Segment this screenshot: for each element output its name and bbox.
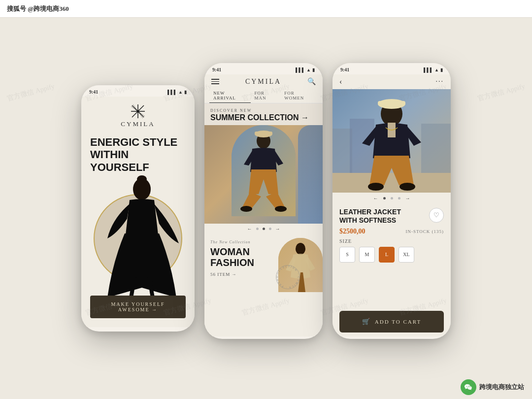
svg-rect-23	[332, 173, 451, 193]
product-price: $2500,00	[339, 228, 366, 235]
tab-for-man[interactable]: For Man	[251, 89, 281, 103]
svg-point-8	[137, 175, 147, 183]
dot-1	[256, 228, 259, 230]
signal-icon: ▌▌▌	[167, 90, 177, 95]
svg-point-13	[240, 206, 252, 212]
phone1-status-icons: ▌▌▌ ▲ ▮	[167, 90, 187, 95]
phone1-cta-button[interactable]: MAKE YOURSELF AWESOME →	[90, 296, 186, 318]
price-row: $2500,00 IN-STOCK (135)	[339, 228, 444, 235]
phone3-product-details: LEATHER JACKET WITH SOFTNESS ♡ $2500,00 …	[332, 204, 451, 336]
hero-title: SUMMER COLLECTION →	[210, 113, 317, 122]
more-options-icon[interactable]: ···	[436, 78, 444, 86]
phone-3: 9:41 ▌▌▌ ▲ ▮ ‹ ···	[332, 63, 451, 339]
product-dot-3	[398, 197, 400, 200]
phone1-time: 9:41	[89, 89, 98, 95]
header-bar: 搜狐号 @跨境电商360	[0, 0, 532, 18]
product-image	[332, 89, 451, 193]
product-title-row: LEATHER JACKET WITH SOFTNESS ♡	[339, 208, 444, 225]
size-l-button-selected[interactable]: L	[379, 247, 395, 263]
cart-icon: 🛒	[362, 318, 371, 326]
product-photo-icon	[332, 89, 451, 193]
collection-label: The New Collection	[210, 240, 267, 244]
phone-2: 9:41 ▌▌▌ ▲ ▮ Cymila 🔍 New Arrival For Ma…	[204, 63, 323, 339]
hero-subtitle: Discover New	[210, 108, 317, 113]
dot-3	[269, 228, 271, 230]
product-dot-2	[391, 197, 393, 200]
product-dot-1-active	[383, 197, 386, 200]
product-image-nav: ← →	[332, 193, 451, 204]
phone2-thumbnail: COLLECTION · CYMILA · FASHION ·	[273, 234, 323, 293]
phone2-carousel	[204, 125, 323, 224]
collection-title: WOMAN FASHION	[210, 246, 267, 268]
star-logo-icon	[131, 104, 145, 118]
carousel-arch-photo	[204, 125, 323, 224]
size-xl-button[interactable]: XL	[399, 247, 414, 263]
back-icon[interactable]: ‹	[339, 77, 342, 86]
wifi-icon: ▲	[178, 90, 183, 95]
woman-silhouette-icon	[102, 174, 181, 298]
phones-container: 9:41 ▌▌▌ ▲ ▮	[0, 18, 532, 399]
svg-point-29	[399, 183, 415, 191]
phone3-time: 9:41	[340, 67, 349, 72]
size-s-button[interactable]: S	[339, 247, 355, 263]
phone2-time: 9:41	[212, 67, 221, 72]
phone2-status-bar: 9:41 ▌▌▌ ▲ ▮	[204, 63, 323, 74]
wechat-icon	[461, 379, 476, 395]
carousel-next-arrow[interactable]: →	[275, 226, 280, 232]
wishlist-heart-button[interactable]: ♡	[429, 208, 444, 223]
battery-icon-3: ▮	[440, 67, 443, 72]
collection-text: The New Collection WOMAN FASHION 56 ITEM…	[204, 234, 273, 336]
tab-new-arrival[interactable]: New Arrival	[209, 89, 251, 103]
svg-point-14	[275, 206, 287, 212]
phone2-bottom-section: The New Collection WOMAN FASHION 56 ITEM…	[204, 234, 323, 336]
phone1-tagline: ENERGIC STYLE WITHIN YOURSELF	[81, 128, 195, 173]
phone2-status-icons: ▌▌▌ ▲ ▮	[296, 67, 315, 72]
product-title: LEATHER JACKET WITH SOFTNESS	[339, 208, 401, 225]
signal-icon-2: ▌▌▌	[296, 67, 305, 72]
arch-clip	[232, 125, 296, 216]
phone3-status-icons: ▌▌▌ ▲ ▮	[424, 67, 443, 72]
wifi-icon-3: ▲	[434, 67, 439, 72]
collection-count: 56 ITEM →	[210, 272, 267, 277]
carousel-dots: ← →	[204, 224, 323, 234]
size-section: Size S M L XL	[339, 238, 444, 263]
carousel-prev-arrow[interactable]: ←	[247, 226, 252, 232]
tab-for-women[interactable]: For Women	[280, 89, 318, 103]
battery-icon-2: ▮	[312, 67, 315, 72]
add-to-cart-button[interactable]: 🛒 ADD TO CART	[339, 311, 444, 332]
phone3-content: ‹ ···	[332, 74, 451, 336]
svg-rect-12	[255, 132, 272, 134]
search-icon[interactable]: 🔍	[307, 77, 316, 86]
svg-point-28	[368, 183, 384, 191]
phone1-image-area	[81, 169, 195, 298]
battery-icon: ▮	[184, 90, 187, 95]
header-logo: 搜狐号 @跨境电商360	[7, 4, 69, 13]
dot-2-active	[263, 228, 265, 230]
svg-point-6	[137, 110, 139, 113]
phone2-navbar: Cymila 🔍	[204, 74, 323, 89]
stock-status: IN-STOCK (135)	[405, 229, 444, 234]
bottom-brand-text: 跨境电商独立站	[479, 383, 524, 392]
phone3-topbar: ‹ ···	[332, 74, 451, 89]
phone2-tabs: New Arrival For Man For Women	[204, 89, 323, 103]
svg-text:COLLECTION · CYMILA · FASHION : COLLECTION · CYMILA · FASHION ·	[274, 264, 300, 289]
phone-1: 9:41 ▌▌▌ ▲ ▮	[81, 85, 195, 332]
hamburger-menu-icon[interactable]	[211, 79, 219, 84]
signal-icon-3: ▌▌▌	[424, 67, 433, 72]
size-m-button[interactable]: M	[359, 247, 375, 263]
bottom-branding: 跨境电商独立站	[461, 379, 524, 395]
side-element	[298, 125, 323, 224]
svg-rect-26	[378, 101, 405, 105]
product-prev-arrow[interactable]: ←	[373, 196, 378, 201]
size-options: S M L XL	[339, 247, 444, 263]
phone1-status-bar: 9:41 ▌▌▌ ▲ ▮	[81, 85, 195, 97]
phone3-status-bar: 9:41 ▌▌▌ ▲ ▮	[332, 63, 451, 74]
phone2-content: Cymila 🔍 New Arrival For Man For Women D…	[204, 74, 323, 336]
wechat-logo-icon	[464, 383, 473, 392]
product-next-arrow[interactable]: →	[405, 196, 410, 201]
phone1-content: CYMILA ENERGIC STYLE WITHIN YOURSELF	[81, 97, 195, 327]
wifi-icon-2: ▲	[306, 67, 311, 72]
phone1-brand: CYMILA	[121, 120, 155, 128]
phone2-brand: Cymila	[245, 78, 281, 86]
svg-point-16	[296, 243, 305, 255]
